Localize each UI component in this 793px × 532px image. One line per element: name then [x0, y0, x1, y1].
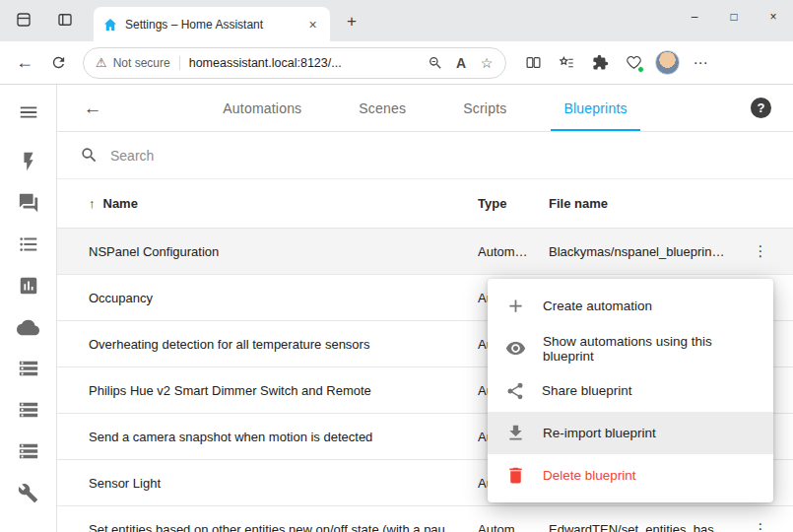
extensions-icon[interactable] [583, 47, 617, 79]
help-icon[interactable]: ? [751, 98, 771, 118]
tab-automations[interactable]: Automations [194, 85, 330, 131]
server-icon [18, 440, 39, 462]
browser-essentials-icon[interactable] [617, 47, 650, 79]
sidebar [0, 85, 57, 532]
browser-menu-icon[interactable]: ⋯ [684, 47, 717, 79]
refresh-icon[interactable] [41, 47, 75, 79]
page-header: ← Automations Scenes Scripts Blueprints … [57, 85, 793, 132]
minimize-button[interactable]: – [675, 0, 714, 33]
search-icon [80, 146, 99, 165]
maximize-button[interactable]: □ [714, 0, 754, 33]
tab-scripts[interactable]: Scripts [434, 85, 535, 131]
wrench-icon [18, 483, 38, 503]
browser-toolbar: ← ⚠ Not secure homeassistant.local:8123/… [0, 41, 793, 85]
browser-tab[interactable]: Settings – Home Assistant × [94, 7, 330, 41]
url-text[interactable]: homeassistant.local:8123/... [180, 56, 423, 70]
column-type[interactable]: Type [478, 196, 549, 211]
profile-avatar[interactable] [650, 47, 684, 79]
menu-item-create-automation[interactable]: Create automation [488, 285, 773, 327]
sidebar-item-tools[interactable] [16, 481, 41, 504]
list-icon [18, 233, 39, 255]
share-icon [505, 381, 525, 401]
trash-icon [505, 465, 526, 486]
forum-icon [18, 192, 39, 214]
new-tab-icon[interactable]: + [339, 9, 364, 34]
read-aloud-icon[interactable]: A [448, 50, 474, 76]
table-row[interactable]: NSPanel Configuration Autom… Blackymas/n… [57, 229, 793, 275]
sidebar-item-logbook[interactable] [16, 191, 41, 215]
column-file[interactable]: File name [549, 196, 746, 211]
back-arrow-icon[interactable]: ← [79, 95, 106, 122]
close-button[interactable]: × [754, 0, 793, 33]
search-row [57, 132, 793, 179]
cloud-icon [17, 316, 39, 339]
essentials-status-dot [637, 66, 644, 73]
sidebar-item-list[interactable] [16, 233, 41, 256]
sort-ascending-icon[interactable]: ↑ [89, 196, 96, 211]
tab-actions-icon[interactable] [51, 6, 79, 33]
split-screen-icon[interactable] [516, 47, 550, 79]
favorites-icon[interactable] [550, 47, 583, 79]
zoom-out-icon[interactable] [423, 50, 448, 76]
server-icon [18, 358, 39, 379]
server-icon [18, 399, 39, 421]
not-secure-warning-icon: ⚠ [96, 55, 107, 70]
favorite-star-icon[interactable]: ☆ [474, 50, 499, 76]
tab-blueprints[interactable]: Blueprints [535, 85, 655, 131]
menu-icon[interactable] [12, 96, 45, 129]
not-secure-label[interactable]: Not secure [113, 56, 180, 70]
context-menu: Create automation Show automations using… [488, 279, 773, 502]
row-overflow-icon[interactable]: ⋮ [747, 515, 774, 532]
tab-close-icon[interactable]: × [304, 17, 321, 33]
sidebar-item-server-3[interactable] [16, 439, 41, 463]
tab-scenes[interactable]: Scenes [330, 85, 434, 131]
home-assistant-favicon [102, 17, 118, 33]
table-row[interactable]: Set entities based on other entities new… [57, 506, 793, 532]
menu-item-share-blueprint[interactable]: Share blueprint [488, 369, 773, 412]
window-controls: – □ × [675, 0, 793, 33]
import-icon [505, 423, 526, 443]
menu-item-delete-blueprint[interactable]: Delete blueprint [488, 454, 773, 497]
menu-item-show-automations[interactable]: Show automations using this blueprint [488, 327, 773, 369]
sidebar-item-server-1[interactable] [16, 357, 41, 380]
table-header: ↑ Name Type File name [57, 179, 793, 229]
sidebar-item-cloud[interactable] [16, 315, 41, 339]
page-tabs: Automations Scenes Scripts Blueprints [57, 85, 793, 131]
menu-item-reimport-blueprint[interactable]: Re-import blueprint [488, 412, 773, 454]
tab-title: Settings – Home Assistant [125, 18, 297, 32]
search-input[interactable] [110, 148, 426, 164]
back-icon[interactable]: ← [8, 47, 41, 79]
column-name[interactable]: Name [103, 196, 138, 211]
sidebar-item-history[interactable] [16, 274, 41, 298]
address-bar[interactable]: ⚠ Not secure homeassistant.local:8123/..… [83, 47, 506, 79]
sidebar-item-server-2[interactable] [16, 398, 41, 422]
sidebar-item-energy[interactable] [16, 150, 41, 173]
toolbar-right: ⋯ [516, 47, 717, 79]
chart-box-icon [18, 275, 39, 297]
plus-icon [505, 296, 526, 316]
workspaces-icon[interactable] [10, 6, 37, 33]
flash-icon [18, 151, 39, 172]
eye-icon [505, 338, 526, 359]
browser-tab-strip: Settings – Home Assistant × + – □ × [0, 0, 793, 41]
screen: Settings – Home Assistant × + – □ × ← ⚠ … [0, 0, 793, 532]
row-overflow-icon[interactable]: ⋮ [747, 237, 774, 265]
